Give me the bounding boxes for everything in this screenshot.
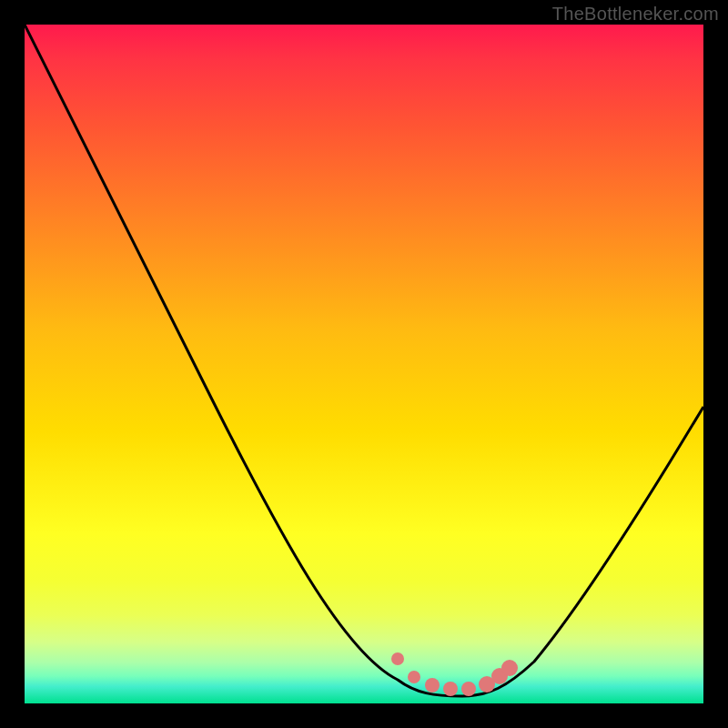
marker-point <box>425 678 440 693</box>
marker-point <box>461 682 476 696</box>
bottleneck-curve <box>25 25 703 696</box>
marker-point <box>391 652 404 665</box>
chart-frame: TheBottleneker.com <box>0 0 728 728</box>
watermark-text: TheBottleneker.com <box>552 4 719 25</box>
chart-plot-area <box>25 25 703 703</box>
marker-point <box>443 682 458 696</box>
marker-group <box>391 652 518 696</box>
marker-point <box>408 671 420 683</box>
marker-point <box>501 660 518 676</box>
